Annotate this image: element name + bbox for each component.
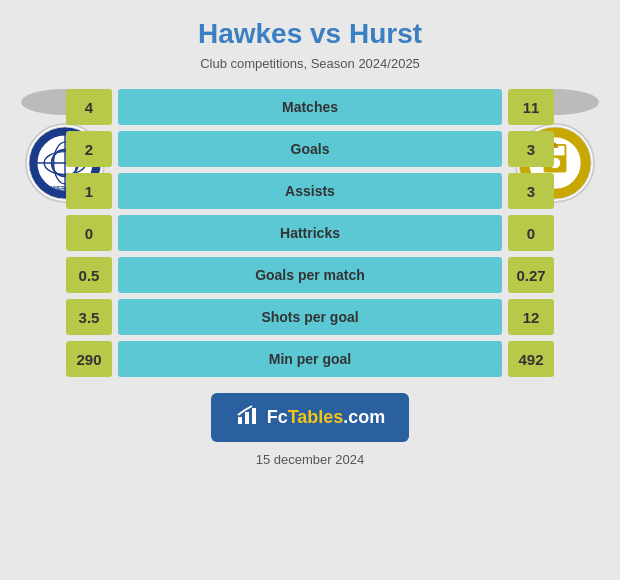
stat-left-value: 0	[66, 215, 112, 251]
stats-list: 4 Matches 11 2 Goals 3 1 Assists 3 0 Hat…	[118, 89, 502, 377]
stat-bar: 3.5 Shots per goal 12	[118, 299, 502, 335]
stat-left-value: 0.5	[66, 257, 112, 293]
stat-right-value: 0	[508, 215, 554, 251]
match-title: Hawkes vs Hurst	[198, 18, 422, 50]
stat-bar: 0.5 Goals per match 0.27	[118, 257, 502, 293]
svg-rect-15	[238, 417, 242, 424]
stat-left-value: 1	[66, 173, 112, 209]
fctables-banner: FcTables.com	[211, 393, 410, 442]
stat-right-value: 492	[508, 341, 554, 377]
fctables-icon	[235, 403, 259, 432]
stat-right-value: 0.27	[508, 257, 554, 293]
main-container: Hawkes vs Hurst Club competitions, Seaso…	[0, 0, 620, 580]
stat-row: 4 Matches 11	[118, 89, 502, 125]
stat-label: Shots per goal	[261, 309, 358, 325]
stat-left-value: 2	[66, 131, 112, 167]
stat-bar: 4 Matches 11	[118, 89, 502, 125]
stat-bar: 290 Min per goal 492	[118, 341, 502, 377]
footer-date: 15 december 2024	[256, 452, 364, 467]
stat-right-value: 12	[508, 299, 554, 335]
stat-row: 1 Assists 3	[118, 173, 502, 209]
stat-bar: 0 Hattricks 0	[118, 215, 502, 251]
stat-row: 290 Min per goal 492	[118, 341, 502, 377]
stat-left-value: 4	[66, 89, 112, 125]
stat-left-value: 290	[66, 341, 112, 377]
stat-label: Goals	[291, 141, 330, 157]
stat-left-value: 3.5	[66, 299, 112, 335]
stat-row: 3.5 Shots per goal 12	[118, 299, 502, 335]
match-subtitle: Club competitions, Season 2024/2025	[200, 56, 420, 71]
fctables-text: FcTables.com	[267, 407, 386, 428]
stat-row: 2 Goals 3	[118, 131, 502, 167]
svg-rect-17	[252, 408, 256, 424]
stat-label: Assists	[285, 183, 335, 199]
stat-bar: 2 Goals 3	[118, 131, 502, 167]
stat-label: Matches	[282, 99, 338, 115]
stat-row: 0 Hattricks 0	[118, 215, 502, 251]
stat-row: 0.5 Goals per match 0.27	[118, 257, 502, 293]
stat-right-value: 3	[508, 173, 554, 209]
stat-label: Hattricks	[280, 225, 340, 241]
stat-right-value: 11	[508, 89, 554, 125]
svg-rect-16	[245, 412, 249, 424]
stat-label: Min per goal	[269, 351, 351, 367]
stat-right-value: 3	[508, 131, 554, 167]
stat-bar: 1 Assists 3	[118, 173, 502, 209]
stat-label: Goals per match	[255, 267, 365, 283]
comparison-section: TRANMERE ROVERS 4 Matches 11 2 Goals 3 1…	[20, 89, 600, 377]
